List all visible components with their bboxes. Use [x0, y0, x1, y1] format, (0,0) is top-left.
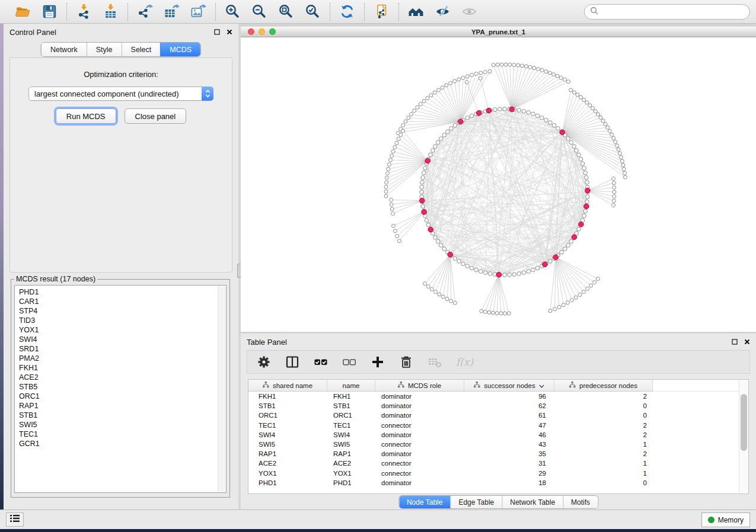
zoom-selected-button[interactable]: [304, 3, 321, 20]
mcds-result-item[interactable]: FKH1: [19, 363, 226, 373]
mcds-result-item[interactable]: SRD1: [19, 344, 226, 354]
memory-button[interactable]: Memory: [701, 512, 750, 527]
table-cell: connector: [375, 441, 464, 448]
zoom-fit-button[interactable]: [277, 3, 295, 20]
task-history-button[interactable]: [6, 512, 24, 527]
hide-graphics-details-button[interactable]: [434, 3, 451, 20]
table-row[interactable]: RAP1RAP1dominator352: [248, 449, 748, 459]
zoom-in-button[interactable]: [224, 3, 241, 20]
table-cell: RAP1: [327, 450, 375, 457]
mcds-result-item[interactable]: PHD1: [19, 287, 226, 297]
table-cell: dominator: [375, 479, 464, 486]
run-mcds-button[interactable]: Run MCDS: [56, 108, 116, 124]
mcds-result-item[interactable]: GCR1: [19, 439, 226, 448]
window-minimize-icon[interactable]: [259, 28, 265, 35]
refresh-view-button[interactable]: [339, 3, 356, 20]
tab-style[interactable]: Style: [87, 43, 122, 56]
column-header-predecessor-nodes[interactable]: predecessor nodes: [554, 380, 653, 392]
clone-network-button[interactable]: [373, 3, 390, 20]
tab-network[interactable]: Network: [42, 43, 87, 56]
table-row[interactable]: PHD1PHD1dominator180: [248, 478, 748, 488]
optimization-criterion-label: Optimization criterion:: [10, 70, 232, 79]
tab-mcds[interactable]: MCDS: [160, 43, 200, 56]
table-cell: 1: [554, 470, 653, 477]
deselect-all-columns-button[interactable]: [342, 354, 356, 370]
table-cell: 1: [554, 460, 653, 467]
table-cell: ORC1: [248, 412, 327, 419]
column-header-successor-nodes[interactable]: successor nodes: [464, 380, 554, 392]
open-file-button[interactable]: [14, 3, 31, 20]
table-scrollbar[interactable]: [739, 380, 748, 493]
mcds-result-item[interactable]: YOX1: [19, 325, 226, 335]
table-scrollbar-thumb[interactable]: [741, 394, 747, 451]
mcds-result-item[interactable]: TID3: [19, 316, 226, 325]
attribute-settings-button[interactable]: [257, 354, 271, 370]
window-maximize-icon[interactable]: [269, 28, 276, 35]
search-field[interactable]: [601, 7, 744, 17]
table-tab-network-table[interactable]: Network Table: [502, 496, 563, 508]
import-network-icon: [76, 4, 92, 20]
criterion-dropdown-value: largest connected component (undirected): [34, 89, 179, 98]
select-all-columns-button[interactable]: [314, 354, 328, 370]
close-table-panel-icon[interactable]: [744, 339, 750, 345]
table-row[interactable]: SWI5SWI5connector431: [248, 440, 748, 449]
export-table-button[interactable]: [163, 3, 180, 20]
mcds-result-item[interactable]: STP4: [19, 306, 226, 316]
column-header-mcds-role[interactable]: MCDS role: [375, 380, 464, 392]
float-panel-icon[interactable]: [214, 29, 220, 35]
table-cell: 2: [554, 393, 653, 400]
float-table-panel-icon[interactable]: [732, 339, 738, 345]
export-image-button[interactable]: [190, 3, 207, 20]
tab-select[interactable]: Select: [122, 43, 161, 56]
export-network-button[interactable]: [136, 3, 154, 20]
table-row[interactable]: STB1STB1dominator620: [248, 401, 748, 411]
memory-label: Memory: [718, 516, 744, 524]
clone-network-icon: [374, 4, 390, 20]
delete-column-button[interactable]: [399, 354, 413, 370]
mcds-result-item[interactable]: SWI4: [19, 335, 226, 344]
table-tab-motifs[interactable]: Motifs: [563, 496, 598, 508]
criterion-dropdown[interactable]: largest connected component (undirected): [28, 86, 213, 101]
column-header-shared-name[interactable]: shared name: [248, 380, 327, 392]
close-panel-button[interactable]: Close panel: [125, 108, 187, 124]
table-row[interactable]: YOX1YOX1connector291: [248, 469, 748, 478]
table-tab-node-table[interactable]: Node Table: [399, 496, 451, 508]
table-cell: 1: [554, 441, 653, 448]
mcds-list-scrollbar[interactable]: [218, 286, 225, 492]
table-row[interactable]: ORC1ORC1dominator610: [248, 411, 748, 420]
mcds-result-item[interactable]: TEC1: [19, 430, 226, 439]
table-cell: dominator: [375, 393, 464, 400]
table-tab-edge-table[interactable]: Edge Table: [450, 496, 502, 508]
network-window-titlebar[interactable]: YPA_prune.txt_1: [241, 27, 756, 37]
hide-graphics-details-icon: [435, 4, 451, 20]
table-cell: SWI4: [327, 431, 375, 438]
mcds-result-item[interactable]: CAR1: [19, 297, 226, 306]
network-canvas[interactable]: [241, 37, 756, 332]
table-row[interactable]: SWI4SWI4dominator462: [248, 430, 748, 440]
zoom-out-button[interactable]: [251, 3, 268, 20]
deselect-all-columns-icon: [342, 355, 356, 369]
table-cell: 2: [554, 422, 653, 429]
mcds-result-item[interactable]: ORC1: [19, 392, 226, 401]
window-close-icon[interactable]: [248, 28, 254, 35]
import-network-button[interactable]: [75, 3, 92, 20]
mcds-result-item[interactable]: PMA2: [19, 354, 226, 363]
column-header-name[interactable]: name: [327, 380, 375, 392]
table-row[interactable]: TEC1TEC1connector472: [248, 421, 748, 430]
mcds-result-item[interactable]: ACE2: [19, 373, 226, 382]
search-input[interactable]: [584, 4, 750, 20]
select-all-columns-icon: [314, 355, 328, 369]
table-row[interactable]: ACE2ACE2connector311: [248, 459, 748, 468]
table-row[interactable]: FKH1FKH1dominator962: [248, 392, 748, 401]
mcds-result-list[interactable]: PHD1CAR1STP4TID3YOX1SWI4SRD1PMA2FKH1ACE2…: [14, 285, 227, 493]
mcds-result-item[interactable]: STB5: [19, 382, 226, 392]
close-panel-icon[interactable]: [227, 29, 232, 35]
network-overview-button[interactable]: [407, 3, 425, 20]
create-column-button[interactable]: [371, 354, 385, 370]
mcds-result-item[interactable]: RAP1: [19, 401, 226, 411]
import-table-button[interactable]: [102, 3, 119, 20]
save-session-button[interactable]: [41, 3, 58, 20]
mcds-result-item[interactable]: STB1: [19, 411, 226, 420]
mcds-result-item[interactable]: SWI5: [19, 420, 226, 430]
toggle-columns-button[interactable]: [285, 354, 299, 370]
